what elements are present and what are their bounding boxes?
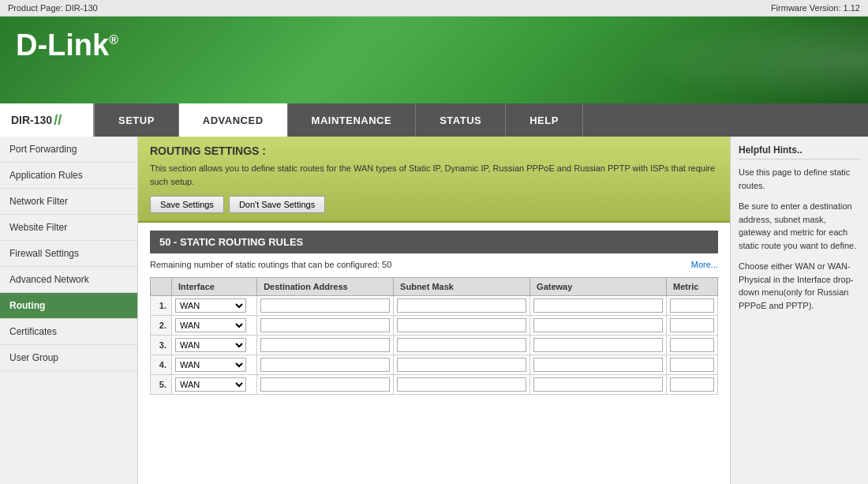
section-header: ROUTING SETTINGS : This section allows y…: [138, 137, 730, 223]
tab-help[interactable]: HELP: [506, 103, 583, 137]
routing-section-title: 50 - STATIC ROUTING RULES: [150, 231, 718, 253]
logo-text: D-Link: [16, 28, 109, 62]
dest-address-input-2[interactable]: [260, 318, 390, 332]
metric-cell: [667, 355, 718, 375]
remaining-text-row: Remaining number of static routings that…: [150, 260, 718, 269]
routing-table: Interface Destination Address Subnet Mas…: [150, 277, 718, 395]
interface-select-4[interactable]: WANWAN-PhysicalLAN: [175, 358, 246, 372]
nav-brand: DIR-130 //: [0, 103, 95, 137]
help-text-3: Choose either WAN or WAN-Physical in the…: [739, 260, 860, 312]
col-header-gateway: Gateway: [530, 278, 667, 296]
top-bar: Product Page: DIR-130 Firmware Version: …: [0, 0, 868, 17]
table-row: 3. WANWAN-PhysicalLAN: [151, 336, 718, 355]
metric-input-2[interactable]: [670, 318, 714, 332]
subnet-mask-cell: [394, 316, 530, 336]
dest-address-input-1[interactable]: [260, 298, 390, 313]
metric-cell: [667, 296, 718, 316]
table-row: 5. WANWAN-PhysicalLAN: [151, 375, 718, 395]
help-text-2: Be sure to enter a destination address, …: [739, 200, 860, 252]
dont-save-settings-button[interactable]: Don't Save Settings: [229, 196, 325, 213]
gateway-cell: [530, 375, 667, 395]
sidebar-item-certificates[interactable]: Certificates: [0, 319, 137, 345]
metric-input-4[interactable]: [670, 358, 714, 372]
dest-address-cell: [257, 355, 394, 375]
dest-address-input-4[interactable]: [260, 358, 390, 372]
main-layout: Port Forwarding Application Rules Networ…: [0, 137, 868, 484]
button-row: Save Settings Don't Save Settings: [150, 196, 718, 213]
help-text-1: Use this page to define static routes.: [739, 166, 860, 192]
dest-address-input-3[interactable]: [260, 338, 390, 352]
tab-advanced[interactable]: ADVANCED: [179, 103, 288, 137]
subnet-mask-cell: [394, 375, 530, 395]
gateway-input-3[interactable]: [533, 338, 663, 352]
interface-cell: WANWAN-PhysicalLAN: [172, 336, 257, 355]
metric-cell: [667, 375, 718, 395]
col-header-subnet-mask: Subnet Mask: [394, 278, 530, 296]
table-row: 2. WANWAN-PhysicalLAN: [151, 316, 718, 336]
col-header-empty: [151, 278, 172, 296]
metric-input-3[interactable]: [670, 338, 714, 352]
header: D-Link®: [0, 17, 868, 103]
sidebar-item-website-filter[interactable]: Website Filter: [0, 215, 137, 241]
sidebar: Port Forwarding Application Rules Networ…: [0, 137, 138, 484]
help-panel: Helpful Hints.. Use this page to define …: [730, 137, 868, 484]
dest-address-cell: [257, 296, 394, 316]
sidebar-item-firewall-settings[interactable]: Firewall Settings: [0, 241, 137, 267]
help-title: Helpful Hints..: [739, 144, 860, 159]
sidebar-item-routing[interactable]: Routing: [0, 293, 137, 319]
gateway-cell: [530, 336, 667, 355]
interface-select-5[interactable]: WANWAN-PhysicalLAN: [175, 377, 246, 392]
interface-select-2[interactable]: WANWAN-PhysicalLAN: [175, 318, 246, 332]
interface-cell: WANWAN-PhysicalLAN: [172, 375, 257, 395]
interface-select-1[interactable]: WANWAN-PhysicalLAN: [175, 298, 246, 313]
subnet-mask-input-2[interactable]: [397, 318, 526, 332]
interface-cell: WANWAN-PhysicalLAN: [172, 296, 257, 316]
sidebar-item-advanced-network[interactable]: Advanced Network: [0, 267, 137, 293]
slash-decoration: //: [54, 112, 62, 129]
gateway-cell: [530, 355, 667, 375]
sidebar-item-user-group[interactable]: User Group: [0, 345, 137, 371]
metric-cell: [667, 316, 718, 336]
col-header-dest-address: Destination Address: [257, 278, 394, 296]
gateway-input-5[interactable]: [533, 377, 663, 392]
sidebar-item-port-forwarding[interactable]: Port Forwarding: [0, 137, 137, 163]
interface-select-3[interactable]: WANWAN-PhysicalLAN: [175, 338, 246, 352]
metric-cell: [667, 336, 718, 355]
row-number: 3.: [151, 336, 172, 355]
save-settings-button[interactable]: Save Settings: [150, 196, 224, 213]
table-row: 4. WANWAN-PhysicalLAN: [151, 355, 718, 375]
subnet-mask-cell: [394, 355, 530, 375]
metric-input-1[interactable]: [670, 298, 714, 313]
more-link[interactable]: More...: [691, 260, 718, 269]
tab-maintenance[interactable]: MAINTENANCE: [288, 103, 417, 137]
dest-address-cell: [257, 375, 394, 395]
row-number: 5.: [151, 375, 172, 395]
gateway-input-4[interactable]: [533, 358, 663, 372]
row-number: 4.: [151, 355, 172, 375]
logo: D-Link®: [16, 28, 852, 62]
table-row: 1. WANWAN-PhysicalLAN: [151, 296, 718, 316]
subnet-mask-input-3[interactable]: [397, 338, 526, 352]
dest-address-input-5[interactable]: [260, 377, 390, 392]
gateway-cell: [530, 316, 667, 336]
tab-status[interactable]: STATUS: [416, 103, 506, 137]
nav-tabs: DIR-130 // SETUP ADVANCED MAINTENANCE ST…: [0, 103, 868, 137]
col-header-metric: Metric: [667, 278, 718, 296]
sidebar-item-network-filter[interactable]: Network Filter: [0, 189, 137, 215]
section-description: This section allows you to define static…: [150, 162, 718, 188]
firmware-version-label: Firmware Version: 1.12: [771, 3, 860, 13]
subnet-mask-cell: [394, 296, 530, 316]
subnet-mask-input-4[interactable]: [397, 358, 526, 372]
subnet-mask-input-5[interactable]: [397, 377, 526, 392]
gateway-input-2[interactable]: [533, 318, 663, 332]
sidebar-item-application-rules[interactable]: Application Rules: [0, 163, 137, 189]
row-number: 2.: [151, 316, 172, 336]
product-page-label: Product Page: DIR-130: [8, 3, 98, 13]
subnet-mask-input-1[interactable]: [397, 298, 526, 313]
gateway-input-1[interactable]: [533, 298, 663, 313]
row-number: 1.: [151, 296, 172, 316]
metric-input-5[interactable]: [670, 377, 714, 392]
subnet-mask-cell: [394, 336, 530, 355]
tab-setup[interactable]: SETUP: [95, 103, 179, 137]
interface-cell: WANWAN-PhysicalLAN: [172, 355, 257, 375]
